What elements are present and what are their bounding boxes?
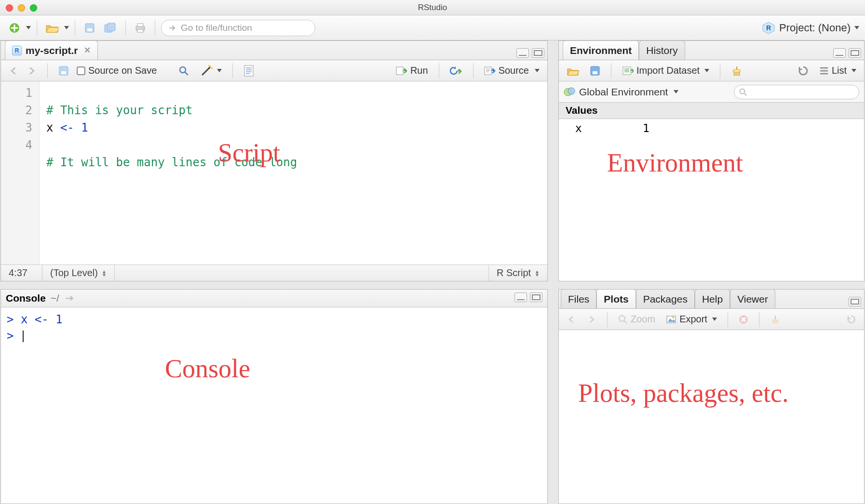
view-mode-button[interactable]: List [816, 64, 859, 77]
tab-viewer[interactable]: Viewer [730, 289, 775, 308]
run-icon [396, 66, 407, 76]
env-toolbar: Import Dataset List [559, 60, 864, 81]
zoom-label: Zoom [631, 314, 655, 325]
plot-next-button[interactable] [584, 314, 599, 325]
new-file-dropdown[interactable] [26, 26, 31, 29]
save-workspace-button[interactable] [587, 65, 603, 77]
save-button[interactable] [81, 19, 98, 37]
maximize-pane-button[interactable] [849, 297, 861, 306]
source-icon [484, 66, 496, 76]
svg-rect-15 [396, 67, 403, 75]
main-toolbar: Go to file/function R Project: (None) [0, 15, 865, 40]
horizontal-splitter[interactable] [0, 281, 865, 289]
env-search-input[interactable] [734, 85, 859, 99]
close-window-button[interactable] [6, 4, 13, 12]
list-icon [819, 66, 829, 75]
svg-point-23 [568, 88, 575, 94]
source-tab-my-script[interactable]: R my-script.r ✕ [5, 40, 98, 60]
annotation-environment: Environment [607, 148, 743, 178]
code-line-4: # It will be many lines of code long [46, 156, 297, 169]
file-type-selector[interactable]: R Script▲▼ [488, 265, 547, 281]
scope-selector[interactable]: Global Environment [564, 86, 678, 98]
refresh-env-button[interactable] [795, 65, 811, 77]
import-icon [622, 66, 634, 76]
print-button[interactable] [132, 19, 149, 37]
env-row[interactable]: x 1 [559, 119, 864, 137]
find-button[interactable] [175, 64, 192, 78]
maximize-pane-button[interactable] [530, 292, 542, 302]
maximize-pane-button[interactable] [849, 48, 861, 58]
plot-prev-button[interactable] [564, 314, 579, 325]
nav-back-button[interactable] [6, 66, 21, 76]
plots-pane: Files Plots Packages Help Viewer Zoom Ex… [558, 289, 865, 504]
goto-placeholder: Go to file/function [181, 23, 252, 33]
minimize-pane-button[interactable] [514, 292, 527, 302]
console-body[interactable]: > x <- 1 > Console [1, 307, 547, 504]
source-on-save-toggle[interactable]: Source on Save [77, 65, 157, 76]
scope-selector[interactable]: (Top Level)▲▼ [42, 265, 115, 281]
clear-workspace-button[interactable] [728, 64, 745, 78]
save-all-button[interactable] [101, 19, 120, 37]
plots-tabs: Files Plots Packages Help Viewer [559, 290, 864, 309]
refresh-plots-button[interactable] [844, 314, 859, 325]
env-var-value: 1 [643, 122, 649, 134]
tab-help[interactable]: Help [695, 289, 730, 308]
run-button[interactable]: Run [393, 64, 431, 77]
svg-rect-7 [137, 29, 143, 32]
text-cursor [23, 331, 24, 342]
globe-icon [564, 86, 575, 98]
tab-environment[interactable]: Environment [563, 40, 639, 60]
close-tab-icon[interactable]: ✕ [84, 45, 91, 55]
rerun-button[interactable] [447, 65, 465, 77]
project-menu[interactable]: R Project: (None) [762, 21, 859, 35]
vertical-splitter[interactable] [548, 40, 558, 504]
tab-plots[interactable]: Plots [596, 289, 635, 308]
load-workspace-button[interactable] [564, 65, 582, 77]
remove-plot-button[interactable] [736, 314, 751, 325]
env-values-list: x 1 Environment [559, 119, 864, 281]
maximize-pane-button[interactable] [532, 48, 544, 58]
annotation-console: Console [165, 360, 250, 377]
open-recent-dropdown[interactable] [64, 26, 69, 29]
console-line: x <- 1 [21, 313, 63, 326]
console-pane: Console ~/ > x <- 1 > Console [0, 289, 548, 504]
goto-file-function-input[interactable]: Go to file/function [161, 20, 315, 36]
svg-point-21 [733, 69, 741, 72]
export-button[interactable]: Export [663, 313, 720, 326]
console-header: Console ~/ [1, 290, 547, 307]
minimize-pane-button[interactable] [833, 48, 846, 58]
compile-report-button[interactable] [241, 64, 257, 78]
nav-forward-button[interactable] [24, 66, 40, 76]
search-icon [739, 88, 747, 96]
tab-packages[interactable]: Packages [636, 289, 695, 308]
open-file-button[interactable] [43, 19, 61, 37]
env-scope-bar: Global Environment [559, 81, 864, 103]
list-label: List [832, 65, 847, 76]
source-label: Source [499, 65, 529, 76]
save-script-button[interactable] [55, 65, 72, 77]
source-button[interactable]: Source [481, 64, 542, 77]
import-dataset-button[interactable]: Import Dataset [619, 64, 712, 77]
code-line-1: # This is your script [46, 104, 192, 117]
code-line-2-var: x [46, 121, 60, 134]
minimize-window-button[interactable] [18, 4, 25, 12]
clear-plots-button[interactable] [767, 313, 784, 326]
maximize-window-button[interactable] [30, 4, 37, 12]
tab-history[interactable]: History [639, 40, 685, 60]
clear-console-button[interactable] [64, 294, 75, 303]
source-editor[interactable]: 1 2 3 4 # This is your script x <- 1 # I… [1, 81, 547, 265]
minimize-pane-button[interactable] [516, 48, 529, 58]
window-titlebar: RStudio [0, 0, 865, 15]
zoom-icon [618, 315, 628, 324]
code-tools-button[interactable] [197, 64, 225, 78]
export-label: Export [679, 314, 707, 325]
svg-point-13 [208, 67, 210, 69]
env-tabs: Environment History [559, 41, 864, 60]
tab-files[interactable]: Files [561, 289, 596, 308]
traffic-lights [6, 4, 37, 12]
code-area[interactable]: # This is your script x <- 1 # It will b… [40, 81, 547, 265]
source-pane: R my-script.r ✕ Source on Save [0, 40, 548, 281]
zoom-button[interactable]: Zoom [615, 313, 658, 326]
new-file-button[interactable] [6, 19, 23, 37]
svg-rect-4 [108, 23, 115, 31]
